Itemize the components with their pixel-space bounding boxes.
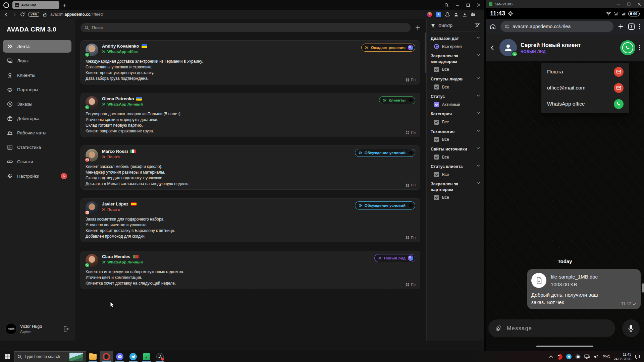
kebab-menu-icon[interactable] — [639, 23, 640, 29]
minimize-icon[interactable] — [617, 2, 621, 6]
maximize-icon[interactable] — [627, 2, 631, 6]
tray-clock[interactable]: 11:43 24.03.2026 — [613, 352, 631, 361]
sidebar-item-settings[interactable]: Настройки6 — [3, 170, 71, 182]
checkbox-checked[interactable] — [434, 155, 439, 160]
checkbox-checked[interactable] — [434, 195, 439, 200]
filter-option[interactable]: Все — [434, 120, 480, 125]
filter-section-title-row[interactable]: Статус — [431, 94, 480, 99]
forward-icon[interactable] — [12, 12, 16, 17]
filter-section-title-row[interactable]: Категория — [431, 111, 480, 117]
filter-section-title-row[interactable]: Статус клиента — [431, 164, 480, 169]
sidebar-item-partners[interactable]: Партнеры — [3, 83, 71, 96]
taskbar-discord-icon[interactable] — [113, 351, 126, 362]
browser-tab[interactable]: ava AvaCRM — [12, 1, 59, 9]
feed-card[interactable]: Clara MendesWhatsApp ЛичныйНовый лидКлие… — [80, 251, 420, 289]
extension-camera-icon[interactable] — [427, 12, 432, 17]
filter-section-title-row[interactable]: Сайты источники — [431, 146, 480, 152]
back-icon[interactable] — [489, 45, 496, 51]
feed-card[interactable]: Javier LópezПоштаОбсуждение условийЗаказ… — [80, 198, 420, 242]
filter-option[interactable]: Все время — [434, 44, 480, 49]
feed-card[interactable]: Andriy KovalenkoWhatsApp officeОжидает р… — [80, 40, 420, 84]
feed-card[interactable]: Olena PetrenkoWhatsApp ЛичныйКлиентыРегу… — [80, 93, 420, 137]
add-button[interactable] — [415, 25, 420, 30]
notification-icon[interactable] — [635, 355, 640, 359]
sidebar-item-stats[interactable]: Статистика — [3, 141, 71, 154]
message-input[interactable]: Message — [488, 319, 615, 337]
filter-option[interactable]: Все — [434, 84, 480, 89]
status-badge[interactable]: Ожидает решения — [361, 44, 415, 52]
reload-icon[interactable] — [20, 12, 25, 17]
tray-telegram-icon[interactable] — [566, 354, 572, 359]
tray-volume-icon[interactable] — [594, 355, 599, 359]
sidebar-item-leads[interactable]: Лиды — [3, 54, 71, 67]
kebab-menu-icon[interactable] — [639, 45, 640, 51]
checkbox-checked[interactable] — [434, 84, 439, 89]
status-badge[interactable]: Новый лид — [374, 254, 415, 262]
taskbar-explorer-icon[interactable] — [86, 351, 100, 362]
tray-language[interactable]: РУС — [602, 355, 610, 359]
checkbox-checked[interactable] — [434, 172, 439, 177]
status-badge[interactable]: Обсуждение условий — [355, 149, 415, 157]
filter-section-title-row[interactable]: Статусы лидов — [431, 76, 480, 82]
filter-option[interactable]: Все — [434, 195, 480, 200]
vpn-badge[interactable]: VPN — [29, 12, 39, 17]
sidebar-item-debit[interactable]: Дебиторка — [3, 112, 71, 125]
filter-option[interactable]: Все — [434, 155, 480, 160]
filter-section-title-row[interactable]: Закреплен за партнером — [431, 181, 480, 192]
tray-opera-icon[interactable] — [557, 354, 562, 360]
sidebar-item-orders[interactable]: $Заказы — [3, 98, 71, 110]
profile-icon[interactable] — [454, 12, 459, 17]
extension-translate-icon[interactable]: A — [436, 12, 441, 17]
filter-section-title-row[interactable]: Диапазон дат — [431, 36, 480, 41]
sidebar-item-feed[interactable]: Лента — [3, 40, 71, 53]
scrollbar[interactable] — [425, 33, 426, 73]
mic-button[interactable] — [622, 319, 640, 337]
tray-chevron-icon[interactable] — [549, 355, 553, 358]
search-input[interactable]: Поиск — [80, 23, 411, 32]
phone-url-bar[interactable]: avacrm.appsdemo.cc/#/lea — [500, 21, 613, 32]
contact-avatar[interactable] — [499, 39, 517, 56]
close-icon[interactable] — [637, 2, 641, 6]
filter-option[interactable]: Все — [434, 67, 480, 72]
opera-menu-icon[interactable] — [3, 2, 9, 8]
sidebar-toggle-icon[interactable] — [471, 12, 476, 16]
taskbar-android-icon[interactable] — [140, 351, 153, 362]
logout-icon[interactable] — [63, 326, 69, 332]
feed-card[interactable]: Marco RossiПоштаОбсуждение условийКлиент… — [80, 145, 420, 190]
search-highlight-image[interactable] — [69, 353, 83, 361]
contact-menu-item[interactable]: Пошта — [541, 64, 629, 80]
checkbox-checked[interactable] — [434, 137, 439, 142]
minimize-icon[interactable] — [455, 3, 460, 7]
taskbar-search[interactable]: Type here to search — [14, 351, 86, 362]
scrollbar[interactable] — [642, 283, 644, 293]
tab-count[interactable]: 3 — [628, 23, 635, 30]
sidebar-item-links[interactable]: Ссылки — [3, 155, 71, 168]
filter-option[interactable]: Активный — [434, 102, 480, 107]
checkbox-checked[interactable] — [434, 67, 439, 72]
home-icon[interactable] — [489, 23, 496, 30]
filter-section-title-row[interactable]: Технология — [431, 129, 480, 134]
contact-menu-item[interactable]: office@mail.com — [541, 80, 629, 96]
maximize-icon[interactable] — [466, 3, 470, 7]
close-icon[interactable] — [477, 3, 481, 7]
status-badge[interactable]: Клиенты — [379, 96, 415, 104]
radio-checked[interactable] — [434, 44, 439, 49]
checkbox-checked[interactable] — [434, 102, 439, 107]
contact-menu-item[interactable]: WhatsApp office — [541, 96, 629, 112]
filter-option[interactable]: Все — [434, 137, 480, 142]
tray-discord-icon[interactable] — [575, 354, 581, 359]
download-icon[interactable] — [463, 12, 467, 17]
url-text[interactable]: avacrm.appsdemo.cc/#/feed — [50, 12, 103, 17]
start-button[interactable] — [0, 351, 14, 362]
chat-message[interactable]: file-sample_1MB.doc 1003.00 KB Добрый де… — [527, 269, 641, 309]
tray-display-icon[interactable] — [584, 354, 590, 359]
filter-clear-icon[interactable] — [475, 23, 480, 28]
search-icon[interactable] — [444, 3, 449, 7]
checkbox-checked[interactable] — [434, 120, 439, 125]
file-icon[interactable] — [531, 273, 546, 288]
taskbar-telegram-icon[interactable] — [126, 351, 140, 362]
sidebar-item-workchats[interactable]: Рабочие чаты — [3, 126, 71, 139]
taskbar-opera-icon[interactable] — [100, 351, 113, 362]
attach-icon[interactable] — [495, 325, 502, 332]
whatsapp-call-button[interactable] — [620, 40, 635, 55]
